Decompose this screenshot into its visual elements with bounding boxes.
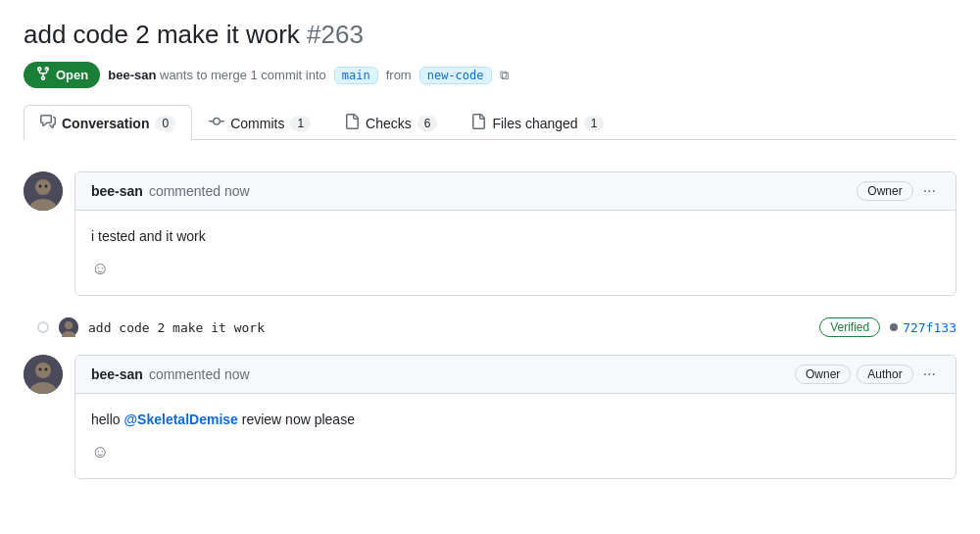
verified-badge: Verified (819, 317, 880, 337)
page-title: add code 2 make it work #263 (24, 20, 956, 50)
svg-point-3 (39, 185, 42, 188)
commits-icon (209, 114, 224, 132)
comment-header-right-1: Owner ··· (857, 180, 940, 202)
comment-box-2: bee-san commented now Owner Author ··· h… (74, 355, 956, 479)
tab-conversation[interactable]: Conversation 0 (24, 105, 192, 140)
commit-row: add code 2 make it work Verified 727f133 (37, 312, 956, 343)
pr-number: #263 (307, 20, 364, 49)
commit-message: add code 2 make it work (88, 320, 809, 335)
comment-body-2: hello @SkeletalDemise review now please … (75, 394, 956, 478)
base-branch-tag[interactable]: main (334, 67, 378, 84)
svg-point-9 (35, 363, 51, 378)
pr-meta-description: bee-san wants to merge 1 commit into (108, 68, 326, 82)
status-label: Open (56, 68, 88, 82)
tab-commits-count: 1 (290, 116, 311, 131)
comment-body-1: i tested and it work ☺ (75, 211, 956, 295)
merge-icon (35, 66, 51, 84)
comment-text-2: hello @SkeletalDemise review now please (91, 410, 940, 430)
comment-header-2: bee-san commented now Owner Author ··· (75, 356, 956, 394)
from-label: from (386, 68, 412, 82)
svg-point-1 (35, 179, 51, 195)
sha-text: 727f133 (903, 320, 956, 335)
conversation-icon (40, 114, 56, 132)
avatar-bee-san-2 (24, 355, 63, 394)
comment-time-1: commented now (149, 183, 250, 199)
svg-point-11 (39, 368, 42, 371)
tab-commits[interactable]: Commits 1 (192, 105, 327, 140)
pr-author-name: bee-san (108, 68, 156, 82)
pr-meta-text: wants to merge 1 commit into (160, 68, 326, 82)
sha-dot (890, 323, 898, 331)
comment-box-1: bee-san commented now Owner ··· i tested… (74, 171, 956, 296)
tab-conversation-count: 0 (155, 116, 175, 131)
comment-header-left-2: bee-san commented now (91, 366, 250, 382)
head-branch-tag[interactable]: new-code (419, 67, 492, 84)
tabs-bar: Conversation 0 Commits 1 Checks 6 Files … (24, 104, 956, 140)
comment-header-1: bee-san commented now Owner ··· (75, 172, 956, 211)
pr-meta: Open bee-san wants to merge 1 commit int… (24, 62, 956, 88)
comment-author-2[interactable]: bee-san (91, 366, 143, 382)
comment-header-left-1: bee-san commented now (91, 183, 250, 199)
content-area: bee-san commented now Owner ··· i tested… (24, 140, 956, 495)
svg-point-4 (45, 185, 48, 188)
open-badge: Open (24, 62, 100, 88)
emoji-button-1[interactable]: ☺ (91, 259, 109, 279)
emoji-button-2[interactable]: ☺ (91, 442, 109, 462)
avatar-bee-san-1 (24, 171, 63, 211)
more-button-2[interactable]: ··· (919, 364, 940, 385)
author-badge-2: Author (857, 364, 912, 384)
tab-files-changed[interactable]: Files changed 1 (454, 105, 620, 140)
tab-commits-label: Commits (230, 116, 284, 131)
commit-avatar (59, 317, 78, 337)
tab-files-changed-count: 1 (584, 116, 605, 131)
tab-conversation-label: Conversation (62, 116, 149, 131)
comment-2-row: bee-san commented now Owner Author ··· h… (24, 355, 956, 479)
pr-title-text: add code 2 make it work (24, 20, 300, 49)
comment-1-row: bee-san commented now Owner ··· i tested… (24, 171, 956, 296)
more-button-1[interactable]: ··· (919, 180, 940, 202)
commit-right: Verified 727f133 (819, 317, 956, 337)
tab-checks-label: Checks (366, 116, 412, 131)
owner-badge-1: Owner (857, 181, 912, 201)
tab-checks-count: 6 (417, 116, 438, 131)
mention-skeletaldemise[interactable]: @SkeletalDemise (123, 412, 237, 427)
copy-branch-icon[interactable]: ⧉ (500, 68, 509, 83)
comment-text-1: i tested and it work (91, 226, 940, 247)
owner-badge-2: Owner (795, 364, 851, 384)
commit-sha[interactable]: 727f133 (890, 320, 956, 335)
tab-files-changed-label: Files changed (492, 116, 577, 131)
commit-node (37, 321, 49, 333)
comment-header-right-2: Owner Author ··· (795, 364, 940, 385)
svg-point-12 (45, 368, 48, 371)
tab-checks[interactable]: Checks 6 (327, 105, 454, 140)
checks-icon (344, 114, 360, 132)
files-changed-icon (470, 114, 486, 132)
comment-author-1[interactable]: bee-san (91, 183, 143, 199)
comment-time-2: commented now (149, 366, 250, 382)
svg-point-6 (65, 321, 73, 329)
